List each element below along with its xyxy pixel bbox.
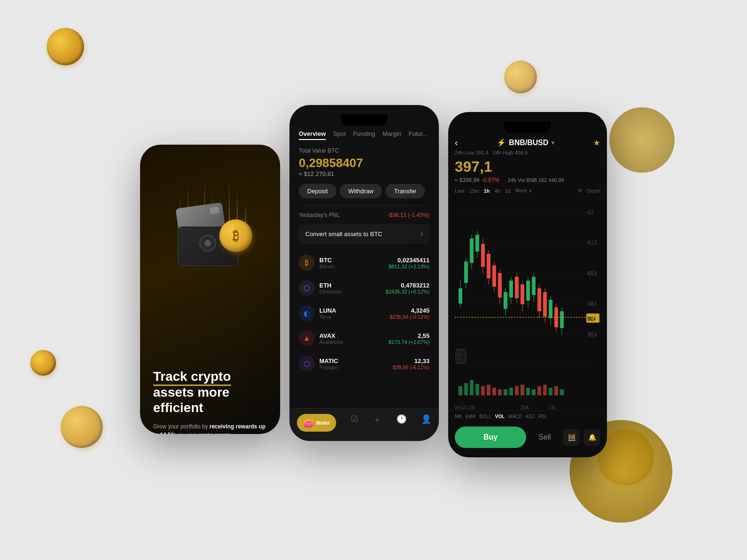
sell-button[interactable]: Sell: [530, 427, 559, 448]
svg-text:392,4: 392,4: [587, 315, 596, 322]
asset-matic[interactable]: ⬡ MATIC Polygon 12,33 $39,56 (-6.11%): [289, 351, 439, 376]
svg-rect-28: [504, 292, 507, 309]
asset-luna[interactable]: ◐ LUNA Terra 4,3245 $236,56 (-0.11%): [289, 301, 439, 326]
withdraw-button[interactable]: Withdraw: [340, 184, 382, 198]
chart-tab-15m[interactable]: 15m: [469, 188, 479, 194]
nav-check[interactable]: ☑: [351, 414, 358, 432]
svg-rect-22: [486, 254, 490, 278]
svg-rect-67: [543, 385, 547, 395]
btc-symbol: BTC: [319, 257, 335, 264]
pnl-value: -$36.11 (-1.45%): [388, 212, 430, 218]
svg-text:412: 412: [587, 209, 593, 215]
svg-text:23.4K: 23.4K: [521, 404, 529, 410]
eth-symbol: ETH: [319, 282, 342, 289]
chart-settings-icon[interactable]: ⚙: [578, 188, 582, 194]
tab-spot[interactable]: Spot: [333, 130, 346, 140]
nav-profile[interactable]: 👤: [421, 414, 431, 432]
tab-futures[interactable]: Futur...: [409, 130, 427, 140]
ind-kdj[interactable]: KDJ: [526, 414, 535, 419]
transfer-button[interactable]: Transfer: [386, 184, 425, 198]
trade-header: ‹ ⚡ BNB/BUSD ▾ ★: [448, 137, 607, 148]
svg-rect-70: [560, 389, 564, 395]
nav-wallet[interactable]: 👛 Wallet: [297, 414, 336, 432]
pnl-label: Yestarday's PNL: [299, 212, 340, 218]
phone-portfolio: Overview Spot Funding Margin Futur... To…: [289, 105, 439, 441]
btc-usd: $811,32 (+2.13%): [388, 264, 430, 269]
chart-tab-line[interactable]: Line: [455, 188, 465, 194]
svg-rect-40: [537, 288, 541, 311]
svg-text:411,3: 411,3: [587, 239, 597, 245]
svg-rect-60: [504, 389, 507, 395]
svg-rect-34: [521, 285, 524, 305]
bell-icon-button[interactable]: 🔔: [584, 429, 600, 446]
luna-icon: ◐: [299, 305, 315, 321]
depth-tab[interactable]: Depth: [587, 188, 600, 194]
ind-ema[interactable]: EMA: [465, 414, 476, 419]
svg-rect-58: [493, 388, 496, 395]
tab-funding[interactable]: Funding: [353, 130, 375, 140]
wallet-nav-icon: 👛: [303, 418, 314, 428]
svg-rect-56: [481, 386, 485, 396]
check-nav-icon: ☑: [351, 414, 358, 424]
chart-tab-4h[interactable]: 4h: [494, 188, 500, 194]
svg-text:392,4: 392,4: [587, 331, 597, 337]
chart-tab-more[interactable]: More ∨: [515, 188, 532, 194]
asset-eth[interactable]: ⬡ ETH Ethereum 0,4783212 $2435,32 (+0.12…: [289, 275, 439, 301]
svg-rect-61: [509, 388, 513, 395]
tab-margin[interactable]: Margin: [383, 130, 402, 140]
nav-history[interactable]: 🕐: [396, 414, 407, 432]
favorite-button[interactable]: ★: [593, 138, 600, 148]
bottom-nav: 👛 Wallet ☑ ＋ 🕐 👤: [289, 408, 439, 441]
btc-amount: 0,02345411: [388, 257, 430, 264]
ind-rsi[interactable]: RSI: [538, 414, 546, 419]
portfolio-tabs: Overview Spot Funding Margin Futur...: [289, 130, 439, 140]
svg-rect-44: [549, 300, 552, 318]
svg-rect-18: [475, 235, 479, 252]
svg-rect-65: [532, 389, 536, 395]
eth-amount: 0,4783212: [386, 282, 430, 289]
candlestick-svg: 412 411,3 405,8 398,4 392,4: [455, 196, 600, 411]
ind-macd[interactable]: MACD: [508, 414, 522, 419]
chart-tab-1d[interactable]: 1d: [505, 188, 510, 194]
tab-overview[interactable]: Overview: [299, 130, 326, 140]
nav-add[interactable]: ＋: [373, 414, 381, 432]
svg-rect-48: [560, 311, 564, 328]
chart-tab-1h[interactable]: 1h: [484, 188, 490, 194]
phones-container: ₿ Track crypto assets more efficient Gro…: [0, 0, 747, 560]
convert-row[interactable]: Convert small assets to BTC ›: [299, 224, 430, 244]
buy-button[interactable]: Buy: [455, 427, 526, 448]
matic-amount: 12,33: [393, 357, 430, 364]
asset-btc[interactable]: ₿ BTC Bitcoin 0,02345411 $811,32 (+2.13%…: [289, 250, 439, 275]
trade-sub-info: 24h Low 392,4 24h High 406,6: [448, 150, 607, 155]
deposit-button[interactable]: Deposit: [299, 184, 336, 198]
chart-tabs: Line 15m 1h 4h 1d More ∨ ⚙ Depth: [448, 188, 607, 194]
svg-rect-36: [526, 280, 530, 301]
person-nav-icon: 👤: [421, 414, 431, 424]
eth-usd: $2435,32 (+0.12%): [386, 289, 430, 294]
ind-boll[interactable]: BOLL: [479, 414, 492, 419]
matic-symbol: MATIC: [319, 357, 338, 364]
svg-rect-59: [498, 389, 502, 395]
svg-rect-16: [470, 238, 473, 263]
dropdown-icon[interactable]: ▾: [551, 140, 554, 146]
svg-rect-68: [549, 388, 552, 395]
chart-area: 412 411,3 405,8 398,4 392,4: [448, 196, 607, 411]
avax-usd: $173.74 (+2.07%): [388, 339, 430, 345]
trade-actions: Buy Sell 🧮 🔔: [448, 422, 607, 457]
subtitle: Grow your portfolio by receiving rewards…: [153, 422, 267, 434]
svg-text:2.3K: 2.3K: [549, 404, 556, 410]
ind-vol[interactable]: VOL: [495, 414, 505, 419]
back-button[interactable]: ‹: [455, 137, 458, 148]
pair-name: ⚡ BNB/BUSD ▾: [497, 138, 554, 147]
svg-rect-64: [526, 388, 530, 395]
ind-ma[interactable]: MA: [455, 414, 462, 419]
asset-avax[interactable]: ▲ AVAX Avalanche 2,55 $173.74 (+2.07%): [289, 326, 439, 351]
wallet-illustration: ₿: [159, 173, 261, 266]
phone-onboarding: ₿ Track crypto assets more efficient Gro…: [140, 145, 280, 434]
calculator-icon-button[interactable]: 🧮: [563, 429, 580, 446]
total-label: Total Value BTC: [289, 147, 439, 154]
svg-rect-14: [464, 261, 468, 283]
indicator-tabs: MA EMA BOLL VOL MACD KDJ RSI: [448, 411, 607, 422]
convert-text: Convert small assets to BTC: [305, 231, 382, 238]
divider: [299, 206, 430, 206]
